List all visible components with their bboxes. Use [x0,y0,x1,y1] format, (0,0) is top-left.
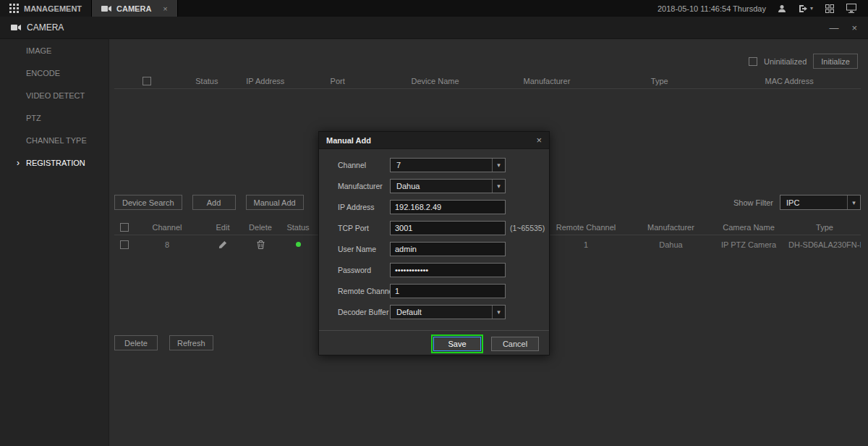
sidebar-item-label: VIDEO DETECT [26,91,85,100]
cell-type: DH-SD6ALA230FN-HNI [788,240,861,249]
close-icon[interactable]: × [851,22,857,33]
cell-channel: 8 [135,240,200,249]
password-input[interactable] [390,263,506,277]
column-edit: Edit [200,223,246,232]
select-all-checkbox[interactable] [120,223,129,232]
device-search-button[interactable]: Device Search [114,195,182,210]
column-port: Port [297,77,378,85]
tab-camera[interactable]: CAMERA × [92,0,178,17]
column-delete: Delete [246,223,275,232]
topbar-spacer [178,0,658,17]
status-online-icon [296,242,301,247]
trash-icon[interactable] [257,240,265,249]
page-title: CAMERA [27,22,64,33]
remote-channel-field-row: Remote Channel [319,280,549,301]
device-search-table-header: Status IP Address Port Device Name Manuf… [114,74,861,89]
delete-button[interactable]: Delete [114,335,158,350]
channel-value: 7 [396,161,401,169]
channel-select[interactable]: 7 ▾ [390,158,506,172]
column-manufacturer: Manufacturer [492,77,601,85]
dialog-body: Channel 7 ▾ Manufacturer Dahua ▾ IP Addr… [319,149,549,356]
manufacturer-select[interactable]: Dahua ▾ [390,179,506,193]
show-filter-select[interactable]: IPC ▾ [780,195,861,210]
column-type: Type [601,77,718,85]
column-status: Status [180,77,234,85]
manual-add-button[interactable]: Manual Add [246,195,304,210]
decoder-buffer-label: Decoder Buffer [338,308,390,316]
dialog-titlebar[interactable]: Manual Add × [319,132,549,149]
select-all-checkbox[interactable] [142,77,151,85]
window-titlebar: CAMERA — × [0,17,868,39]
nvr-screen: MANAGEMENT CAMERA × 2018-05-10 11:46:54 … [0,0,868,446]
header-checkbox-cell [114,77,180,85]
uninitialized-label: Uninitialized [764,57,807,66]
sidebar: IMAGE ENCODE VIDEO DETECT PTZ CHANNEL TY… [0,39,109,446]
initialize-button[interactable]: Initialize [813,54,858,69]
view-grid-icon[interactable] [825,4,834,13]
tab-close-icon[interactable]: × [163,4,167,13]
tcp-port-label: TCP Port [338,224,390,232]
decoder-buffer-select[interactable]: Default ▾ [390,305,506,319]
tcp-port-input[interactable] [390,221,506,235]
manufacturer-value: Dahua [396,182,420,190]
column-device-name: Device Name [378,77,493,85]
dialog-title: Manual Add [326,136,371,145]
sidebar-item-channel-type[interactable]: CHANNEL TYPE [0,129,109,151]
tab-camera-label: CAMERA [116,4,151,13]
dialog-close-icon[interactable]: × [536,135,542,146]
show-filter-value: IPC [786,198,799,207]
column-remote-channel: Remote Channel [539,223,633,232]
tcp-port-range-hint: (1~65535) [510,224,545,232]
camera-icon [11,24,21,31]
logout-icon[interactable]: ▾ [799,4,813,13]
topbar: MANAGEMENT CAMERA × 2018-05-10 11:46:54 … [0,0,868,17]
cell-edit [200,240,246,249]
column-ip-address: IP Address [234,77,297,85]
edit-icon[interactable] [218,240,227,249]
dropdown-arrow-icon: ▾ [492,306,505,319]
tcp-port-field-row: TCP Port (1~65535) [319,217,549,238]
sidebar-item-image[interactable]: IMAGE [0,39,109,62]
channel-field-row: Channel 7 ▾ [319,154,549,175]
manual-add-dialog: Manual Add × Channel 7 ▾ Manufacturer Da… [318,131,550,355]
save-button[interactable]: Save [433,337,481,351]
initialize-row: Uninitialized Initialize [749,54,858,69]
sidebar-item-encode[interactable]: ENCODE [0,62,109,84]
dropdown-arrow-icon: ▾ [492,159,505,172]
sidebar-item-ptz[interactable]: PTZ [0,106,109,129]
cancel-button[interactable]: Cancel [491,337,539,351]
uninitialized-checkbox[interactable] [749,57,757,66]
dialog-footer: Save Cancel [319,330,549,356]
cell-delete [246,240,275,249]
sidebar-item-label: REGISTRATION [26,159,85,167]
remote-channel-label: Remote Channel [338,287,390,295]
row-checkbox[interactable] [120,240,129,249]
camera-icon [101,5,111,12]
chevron-down-icon: ▾ [810,5,813,12]
header-checkbox-cell [114,223,135,232]
sidebar-item-label: ENCODE [26,69,60,77]
user-icon[interactable] [778,4,786,13]
user-name-input[interactable] [390,242,506,256]
remote-channel-input[interactable] [390,284,506,298]
ip-address-input[interactable] [390,200,506,214]
decoder-buffer-field-row: Decoder Buffer Default ▾ [319,301,549,322]
manufacturer-field-row: Manufacturer Dahua ▾ [319,175,549,196]
add-button[interactable]: Add [192,195,236,210]
sidebar-item-video-detect[interactable]: VIDEO DETECT [0,84,109,106]
ip-address-field-row: IP Address [319,196,549,217]
apps-grid-icon [9,4,19,13]
sidebar-item-label: CHANNEL TYPE [26,136,87,145]
dropdown-arrow-icon: ▾ [492,180,505,193]
display-icon[interactable] [846,4,856,13]
cell-status [275,242,321,247]
user-name-field-row: User Name [319,238,549,259]
minimize-icon[interactable]: — [829,22,838,33]
refresh-button[interactable]: Refresh [169,335,213,350]
sidebar-item-registration[interactable]: › REGISTRATION [0,151,109,174]
channel-label: Channel [338,161,390,169]
ip-address-label: IP Address [338,203,390,211]
sidebar-item-label: IMAGE [26,46,51,55]
tab-management[interactable]: MANAGEMENT [0,0,92,17]
column-type: Type [788,223,861,232]
